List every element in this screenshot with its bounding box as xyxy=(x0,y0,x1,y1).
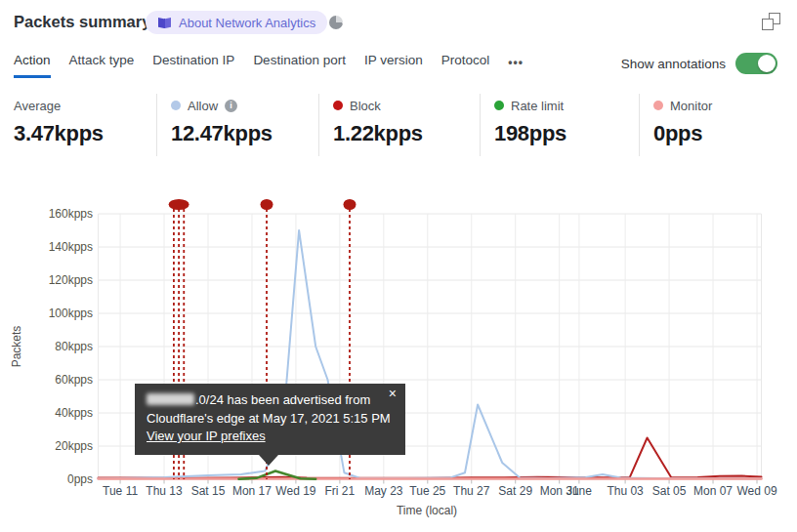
allow-dot xyxy=(171,101,181,110)
x-axis-label: Tue 25 xyxy=(409,484,445,498)
annotation-dot[interactable] xyxy=(343,199,356,210)
y-axis-label: 60kpps xyxy=(55,373,93,387)
dimension-tabs: Action Attack type Destination IP Destin… xyxy=(14,53,524,78)
show-annotations-control: Show annotations xyxy=(621,53,777,74)
x-axis-label: Thu 13 xyxy=(146,484,183,498)
y-axis-label: 80kpps xyxy=(55,340,93,353)
x-axis-label: June xyxy=(566,484,592,498)
x-axis-label: Thu 03 xyxy=(607,484,644,498)
annotation-dot[interactable] xyxy=(261,199,273,210)
stats-row: Average 3.47kpps Allow i 12.47kpps Block… xyxy=(0,94,797,156)
close-icon[interactable]: × xyxy=(389,387,397,400)
stat-label: Average xyxy=(14,99,61,113)
x-axis-label: May 23 xyxy=(364,484,403,498)
tooltip-line-1: .0/24 has been advertised from xyxy=(147,391,394,410)
stat-value: 12.47kpps xyxy=(171,121,318,146)
stat-label: Rate limit xyxy=(511,99,564,113)
rate-limit-dot xyxy=(494,101,504,110)
stat-label: Allow xyxy=(188,99,218,113)
annotation-tooltip: × .0/24 has been advertised from Cloudfl… xyxy=(135,384,405,455)
x-axis-label: Fri 21 xyxy=(325,484,356,498)
popout-front-square xyxy=(762,19,774,30)
stat-label: Block xyxy=(350,99,381,113)
y-axis-label: 120kpps xyxy=(49,273,93,287)
page-title: Packets summary xyxy=(14,13,150,31)
more-tabs-icon[interactable]: ••• xyxy=(508,53,524,78)
annotations-toggle[interactable] xyxy=(735,53,777,74)
stat-average: Average 3.47kpps xyxy=(0,94,156,156)
stat-value: 0pps xyxy=(653,121,797,146)
x-axis-label: Wed 19 xyxy=(275,484,315,498)
monitor-dot xyxy=(653,101,663,110)
y-axis-title: Packets xyxy=(10,326,23,368)
x-axis-title: Time (local) xyxy=(397,504,457,517)
block-dot xyxy=(333,101,343,110)
y-axis-label: 100kpps xyxy=(49,307,93,320)
x-axis-label: Sat 15 xyxy=(191,484,226,498)
toggle-knob xyxy=(758,55,776,72)
stat-rate-limit: Rate limit 198pps xyxy=(480,94,639,156)
packets-chart: 0pps20kpps40kpps60kpps80kpps100kpps120kp… xyxy=(0,190,797,532)
annotation-dot[interactable] xyxy=(169,199,189,210)
tab-ip-version[interactable]: IP version xyxy=(364,53,423,78)
stat-block: Block 1.22kpps xyxy=(318,94,480,156)
y-axis-label: 0pps xyxy=(67,472,93,486)
x-axis-label: Sat 29 xyxy=(498,484,532,498)
tab-attack-type[interactable]: Attack type xyxy=(69,53,135,78)
y-axis-label: 140kpps xyxy=(49,240,93,254)
y-axis-label: 40kpps xyxy=(55,406,93,420)
stat-allow: Allow i 12.47kpps xyxy=(156,94,318,156)
x-axis-label: Mon 07 xyxy=(693,484,733,498)
stat-value: 1.22kpps xyxy=(333,121,480,146)
y-axis-label: 160kpps xyxy=(49,207,93,221)
popout-icon[interactable] xyxy=(761,13,780,32)
stat-monitor: Monitor 0pps xyxy=(639,94,797,156)
redacted-ip-prefix xyxy=(147,393,194,405)
stat-value: 3.47kpps xyxy=(14,121,156,146)
tab-action[interactable]: Action xyxy=(14,53,51,78)
x-axis-label: Wed 09 xyxy=(736,484,776,498)
x-axis-label: Mon 17 xyxy=(232,484,272,498)
info-icon[interactable]: i xyxy=(225,100,237,112)
pie-progress-icon xyxy=(329,16,343,29)
tooltip-line-2: Cloudflare's edge at May 17, 2021 5:15 P… xyxy=(147,410,394,429)
tab-destination-ip[interactable]: Destination IP xyxy=(152,53,234,78)
show-annotations-label: Show annotations xyxy=(621,57,726,71)
packets-summary-panel: Packets summary About Network Analytics … xyxy=(0,0,797,532)
book-icon xyxy=(157,17,172,29)
x-axis-label: Tue 11 xyxy=(103,484,138,498)
about-network-analytics-badge[interactable]: About Network Analytics xyxy=(146,11,327,34)
x-axis-label: Sat 05 xyxy=(652,484,687,498)
badge-label: About Network Analytics xyxy=(179,16,315,30)
view-ip-prefixes-link[interactable]: View your IP prefixes xyxy=(147,429,266,443)
y-axis-label: 20kpps xyxy=(55,439,93,453)
tab-protocol[interactable]: Protocol xyxy=(441,53,490,78)
stat-value: 198pps xyxy=(494,121,639,146)
x-axis-label: Thu 27 xyxy=(453,484,490,498)
stat-label: Monitor xyxy=(670,99,712,113)
tab-destination-port[interactable]: Destination port xyxy=(253,53,346,78)
